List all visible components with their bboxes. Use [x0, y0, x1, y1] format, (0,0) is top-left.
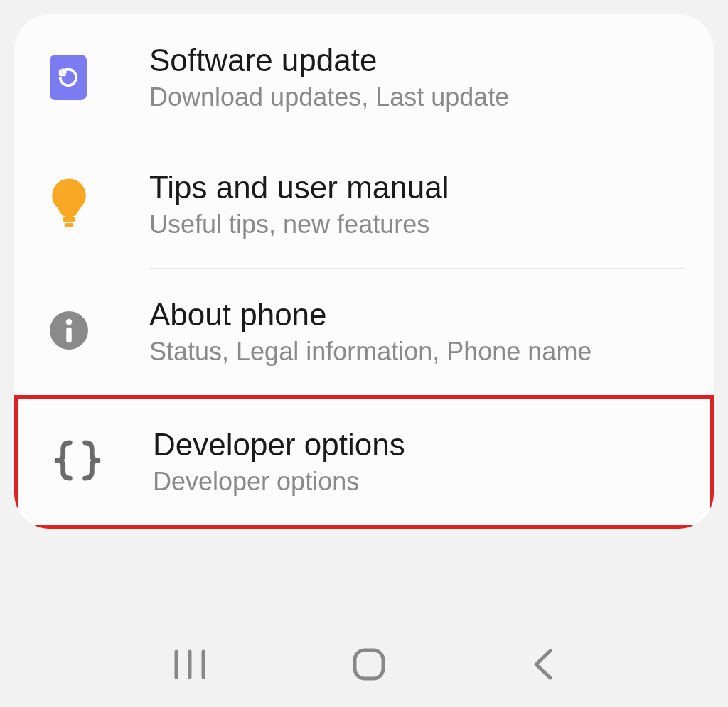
item-title: Developer options	[153, 427, 689, 463]
info-icon	[50, 311, 88, 352]
svg-point-4	[66, 319, 73, 325]
braces-icon	[53, 440, 102, 484]
icon-container	[53, 440, 153, 484]
back-button[interactable]	[529, 647, 557, 682]
icon-container	[50, 178, 149, 231]
text-wrap: Developer options Developer options	[153, 427, 689, 497]
text-wrap: About phone Status, Legal information, P…	[149, 297, 692, 367]
text-wrap: Software update Download updates, Last u…	[149, 43, 692, 112]
settings-item-tips[interactable]: Tips and user manual Useful tips, new fe…	[14, 141, 714, 268]
item-subtitle: Status, Legal information, Phone name	[149, 337, 692, 367]
update-icon	[50, 55, 87, 100]
recents-button[interactable]	[171, 649, 209, 680]
home-button[interactable]	[351, 647, 387, 682]
svg-point-0	[52, 178, 86, 212]
item-title: About phone	[149, 297, 692, 333]
svg-rect-5	[66, 328, 72, 343]
settings-item-developer-options[interactable]: Developer options Developer options	[14, 395, 714, 529]
nav-bar	[0, 636, 728, 693]
item-subtitle: Developer options	[153, 467, 689, 497]
settings-item-software-update[interactable]: Software update Download updates, Last u…	[14, 14, 714, 141]
item-title: Software update	[149, 43, 692, 78]
icon-container	[50, 55, 149, 100]
text-wrap: Tips and user manual Useful tips, new fe…	[149, 170, 692, 239]
svg-rect-2	[65, 223, 74, 227]
item-subtitle: Useful tips, new features	[149, 210, 692, 239]
item-subtitle: Download updates, Last update	[149, 82, 692, 112]
icon-container	[50, 311, 149, 352]
svg-rect-9	[355, 650, 383, 679]
settings-card: Software update Download updates, Last u…	[14, 14, 714, 529]
lightbulb-icon	[50, 178, 88, 231]
item-title: Tips and user manual	[149, 170, 692, 205]
svg-rect-1	[63, 217, 75, 221]
settings-item-about-phone[interactable]: About phone Status, Legal information, P…	[14, 269, 714, 395]
